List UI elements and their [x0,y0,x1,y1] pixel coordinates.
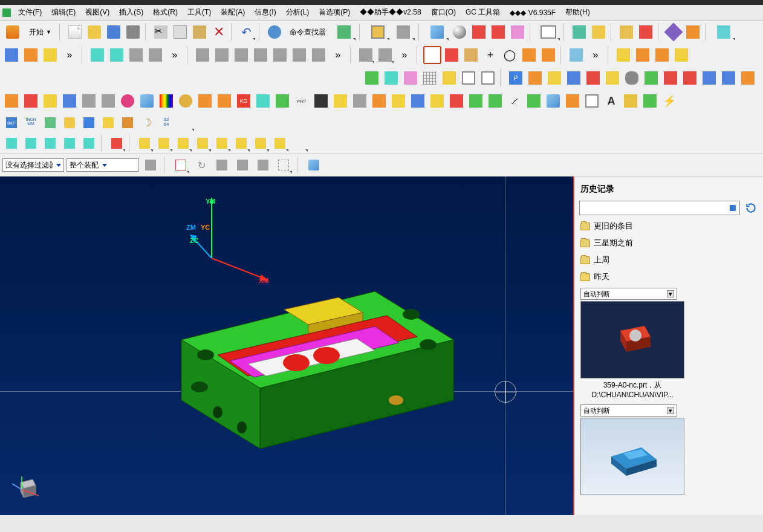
tb2-more-3[interactable]: » [329,46,347,64]
tb2-yel4-icon[interactable] [672,46,690,64]
tb2-box3-icon[interactable] [462,46,480,64]
diamond-icon[interactable] [664,23,683,41]
tb2-more-4[interactable]: » [395,46,414,64]
tb2-icon-5[interactable] [108,46,126,64]
tb6-icon-5[interactable] [80,134,98,152]
tb6-icon-14[interactable] [271,134,289,152]
start-menu[interactable]: 开始▼ [24,25,56,40]
tb4-icon-20[interactable] [447,92,466,110]
tb5-yellow-icon[interactable] [99,114,117,132]
tb2-icon-7[interactable] [146,46,164,64]
tb3-icon-4[interactable] [421,69,439,87]
tb3-icon-11[interactable] [565,69,583,87]
tb2-box1-icon[interactable] [423,46,441,64]
cube-view-button[interactable] [425,23,449,41]
red-cube2-icon[interactable] [489,23,507,41]
tb2-icon-11[interactable] [252,46,270,64]
tb5-half-icon[interactable]: 32 64 [157,114,175,132]
menu-v6[interactable]: ◆◆◆ V6.935F [505,7,560,19]
cmd-finder-button[interactable]: 命令查找器 [285,25,331,40]
delete-button[interactable]: ✕ [210,23,228,41]
fb-icon-6[interactable] [254,156,272,174]
paste-button[interactable] [190,23,209,41]
folder-lastweek[interactable]: 上周 [574,251,763,268]
tb4-icon-10[interactable] [215,92,233,110]
fb-icon-7[interactable] [274,156,293,174]
tb4-icon-12[interactable] [273,92,291,110]
history-item-2[interactable]: 自动判断▾ [574,402,763,498]
view-mode-icon[interactable] [332,23,356,41]
menu-tools[interactable]: 工具(T) [183,5,216,19]
tb2-icon-6[interactable] [127,46,145,64]
tb4-icon-11[interactable] [254,92,272,110]
fb-icon-1[interactable] [141,156,160,174]
tb2-box5-icon[interactable] [539,46,557,64]
tb2-icon-4[interactable] [88,46,106,64]
open-button[interactable] [85,23,103,41]
tb6-icon-12[interactable] [232,134,250,152]
tb4-ring-icon[interactable] [177,92,195,110]
fb-cube-icon[interactable] [305,156,323,174]
history-mode-dropdown[interactable]: 自动判断▾ [580,288,677,300]
tb2-circle-icon[interactable]: ◯ [501,46,519,64]
tb6-icon-3[interactable] [41,134,59,152]
tb3-icon-15[interactable] [661,69,680,87]
scope-dropdown[interactable]: 整个装配 [67,158,139,172]
menu-info[interactable]: 信息(I) [250,5,281,19]
history-search-input[interactable] [579,201,740,215]
tb6-more[interactable] [290,134,308,152]
tb6-icon-13[interactable] [252,134,270,152]
tb3-icon-3[interactable] [401,69,420,87]
tb4-icon-7[interactable] [119,92,137,110]
tree-icon[interactable] [617,23,635,41]
history-thumbnail-1[interactable] [580,301,684,378]
tb2-yel3-icon[interactable] [653,46,671,64]
tb4-icon-18[interactable] [409,92,427,110]
tb2-icon-9[interactable] [213,46,231,64]
tb2-icon-13[interactable] [290,46,308,64]
tb2-more-5[interactable]: » [586,46,605,64]
menu-view[interactable]: 视图(V) [80,5,114,19]
model-viewport[interactable]: YM ZM YC ZC XM [0,177,574,515]
fb-icon-5[interactable] [233,156,252,174]
menu-assembly[interactable]: 装配(A) [216,5,250,19]
tb4-icon-17[interactable] [389,92,407,110]
menu-help[interactable]: 帮助(H) [560,5,595,19]
tb4-prt-icon[interactable]: PRT [293,92,311,110]
tb4-icon-16[interactable] [370,92,388,110]
tb4-rainbow-icon[interactable] [157,92,175,110]
tb5-layers-icon[interactable] [41,114,59,132]
tb6-icon-10[interactable] [193,134,212,152]
tb2-yel1-icon[interactable] [614,46,632,64]
tb3-icon-12[interactable] [584,69,602,87]
nx-icon[interactable] [2,22,23,42]
tb4-icon-8[interactable] [138,92,156,110]
tb4-icon-22[interactable] [486,92,504,110]
tb2-yel2-icon[interactable] [634,46,652,64]
tb2-box4-icon[interactable] [520,46,538,64]
tb4-icon-23[interactable]: ⟋ [505,92,524,110]
tb4-icon-6[interactable] [99,92,117,110]
folder-3weeks[interactable]: 三星期之前 [574,235,763,251]
tb4-text-icon[interactable]: A [602,92,620,110]
pink-cube-icon[interactable] [508,23,527,41]
tb3-icon-17[interactable] [700,69,718,87]
menu-edit[interactable]: 编辑(E) [47,5,80,19]
tb3-icon-7[interactable] [479,69,497,87]
tb6-icon-11[interactable] [213,134,231,152]
tb4-icon-4[interactable] [60,92,79,110]
tb3-icon-5[interactable] [440,69,458,87]
tb3-icon-10[interactable] [545,69,563,87]
history-refresh-button[interactable] [744,201,758,215]
menu-assistant[interactable]: ◆◆助手◆◆v2.58 [355,5,426,19]
tb5-folder-icon[interactable] [60,114,79,132]
tb4-icon-15[interactable] [351,92,369,110]
tb3-icon-6[interactable] [459,69,478,87]
tree2-icon[interactable] [637,23,655,41]
import-icon[interactable] [589,23,608,41]
fb-icon-3[interactable]: ↻ [192,156,210,174]
tb4-icon-19[interactable] [428,92,446,110]
tb5-0xf-icon[interactable]: 0xF [2,114,21,132]
menu-format[interactable]: 格式(R) [148,5,183,19]
cmd-finder-icon[interactable] [265,23,284,41]
